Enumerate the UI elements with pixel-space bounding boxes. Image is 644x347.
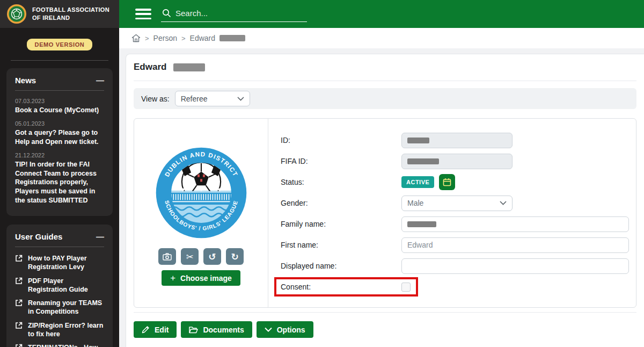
main-area: > Person > Edward Edward View as: Refere… (119, 0, 644, 347)
field-row-consent: Consent: (281, 279, 629, 295)
choose-image-label: Choose image (180, 274, 232, 283)
edit-button[interactable]: Edit (134, 321, 177, 338)
guide-link[interactable]: How to PAY Player Registration Levy (15, 254, 104, 272)
status-badge: ACTIVE (401, 176, 434, 188)
breadcrumb-person[interactable]: Person (153, 34, 177, 42)
external-link-icon (15, 322, 23, 329)
guide-link[interactable]: ZIP/Region Error? learn to fix here (15, 321, 104, 339)
options-label: Options (277, 326, 305, 334)
view-as-select[interactable]: Referee (175, 91, 250, 106)
demo-version-badge[interactable]: DEMO VERSION (27, 39, 93, 50)
redacted-surname (219, 35, 245, 41)
home-icon[interactable] (131, 34, 141, 42)
menu-icon[interactable] (135, 9, 151, 19)
club-badge-image: DUBLIN AND DISTRICT SCHOOLBOYS' / GIRLS'… (155, 147, 247, 239)
field-row-gender: Gender: Male (281, 195, 629, 211)
camera-icon (163, 253, 172, 261)
chevron-down-icon (500, 201, 507, 205)
title-divider (134, 81, 636, 81)
photo-tools: ✂ ↺ ↻ (158, 248, 244, 265)
choose-image-button[interactable]: + Choose image (162, 270, 240, 286)
first-name-input[interactable] (407, 241, 623, 249)
redacted-id-value (407, 138, 429, 143)
chevron-down-icon (237, 97, 244, 101)
crop-button[interactable]: ✂ (181, 248, 199, 265)
external-link-icon (15, 277, 23, 285)
status-history-button[interactable] (439, 174, 455, 190)
search-icon (162, 9, 171, 18)
view-as-bar: View as: Referee (134, 88, 636, 109)
first-name-label: First name: (281, 241, 401, 249)
news-panel: News — 07.03.2023 Book a Course (MyComet… (6, 68, 113, 216)
chevron-down-icon (265, 327, 272, 332)
fai-logo-icon (6, 4, 27, 24)
field-row-displayed-name: Displayed name: (281, 258, 629, 274)
news-item[interactable]: 07.03.2023 Book a Course (MyComet) (15, 98, 104, 115)
guide-link[interactable]: Renaming your TEAMS in Competitions (15, 299, 104, 316)
guide-label: Renaming your TEAMS in Competitions (28, 299, 104, 316)
view-as-value: Referee (181, 95, 208, 103)
consent-checkbox[interactable] (401, 283, 411, 292)
camera-button[interactable] (158, 248, 176, 265)
field-row-family-name: Family name: (281, 216, 629, 232)
collapse-news-icon[interactable]: — (96, 76, 104, 84)
app-window: FOOTBALL ASSOCIATION OF IRELAND DEMO VER… (0, 0, 644, 347)
breadcrumb-current: Edward (190, 34, 215, 42)
person-detail-panel: DUBLIN AND DISTRICT SCHOOLBOYS' / GIRLS'… (134, 118, 636, 308)
brand-header: FOOTBALL ASSOCIATION OF IRELAND (0, 0, 119, 28)
rotate-left-button[interactable]: ↺ (203, 248, 221, 265)
options-button[interactable]: Options (257, 321, 313, 338)
plus-icon: + (170, 273, 175, 284)
family-name-field[interactable] (401, 216, 629, 232)
user-guides-title: User Guides (15, 232, 62, 241)
actions-divider (134, 312, 636, 313)
external-link-icon (15, 299, 23, 307)
brand-name: FOOTBALL ASSOCIATION OF IRELAND (32, 6, 113, 22)
breadcrumb-separator: > (145, 34, 149, 42)
field-row-status: Status: ACTIVE (281, 174, 629, 190)
sidebar: FOOTBALL ASSOCIATION OF IRELAND DEMO VER… (0, 0, 119, 347)
sidebar-body: DEMO VERSION News — 07.03.2023 Book a Co… (0, 28, 119, 347)
redacted-surname (173, 63, 205, 71)
displayed-name-input[interactable] (407, 262, 623, 270)
scissors-icon: ✂ (186, 251, 193, 262)
news-item-title: Book a Course (MyComet) (15, 106, 104, 115)
external-link-icon (15, 344, 23, 347)
redacted-family-name-value (407, 221, 436, 227)
field-row-fifa-id: FIFA ID: (281, 153, 629, 169)
page-title-row: Edward (134, 62, 636, 73)
guide-label: How to PAY Player Registration Levy (28, 254, 104, 272)
displayed-name-label: Displayed name: (281, 262, 401, 270)
actions-row: Edit Documents Options (134, 321, 636, 338)
guide-label: ZIP/Region Error? learn to fix here (28, 321, 104, 339)
content-background: Edward View as: Referee (119, 48, 644, 347)
gender-select[interactable]: Male (401, 196, 513, 211)
documents-button[interactable]: Documents (181, 321, 252, 338)
guide-link[interactable]: PDF Player Registration Guide (15, 277, 104, 294)
calendar-icon (443, 178, 451, 186)
first-name-field (401, 237, 629, 253)
guide-link[interactable]: TERMINATIONs - How to Release Player's (15, 343, 104, 347)
rotate-right-button[interactable]: ↻ (226, 248, 244, 265)
rotate-left-icon: ↺ (208, 251, 216, 262)
edit-label: Edit (155, 326, 169, 334)
fifa-id-field (401, 154, 513, 169)
photo-column: DUBLIN AND DISTRICT SCHOOLBOYS' / GIRLS'… (134, 119, 268, 307)
person-card: Edward View as: Referee (126, 54, 644, 347)
folder-open-icon (189, 326, 198, 334)
displayed-name-field (401, 258, 629, 274)
news-item-title: TIP! In order for the FAI Connect Team t… (15, 160, 104, 205)
news-date: 05.01.2023 (15, 120, 104, 127)
collapse-guides-icon[interactable]: — (96, 233, 104, 241)
field-row-first-name: First name: (281, 237, 629, 253)
rotate-right-icon: ↻ (231, 251, 238, 262)
status-label: Status: (281, 178, 401, 186)
gender-value: Male (407, 199, 423, 207)
news-item[interactable]: 05.01.2023 Got a query? Please go to Hel… (15, 120, 104, 147)
fifa-id-label: FIFA ID: (281, 157, 401, 165)
news-item[interactable]: 21.12.2022 TIP! In order for the FAI Con… (15, 152, 104, 205)
sidebar-divider (11, 60, 108, 61)
search-input[interactable] (175, 9, 294, 18)
guide-label: TERMINATIONs - How to Release Player's (28, 343, 104, 347)
page-title: Edward (134, 62, 166, 72)
